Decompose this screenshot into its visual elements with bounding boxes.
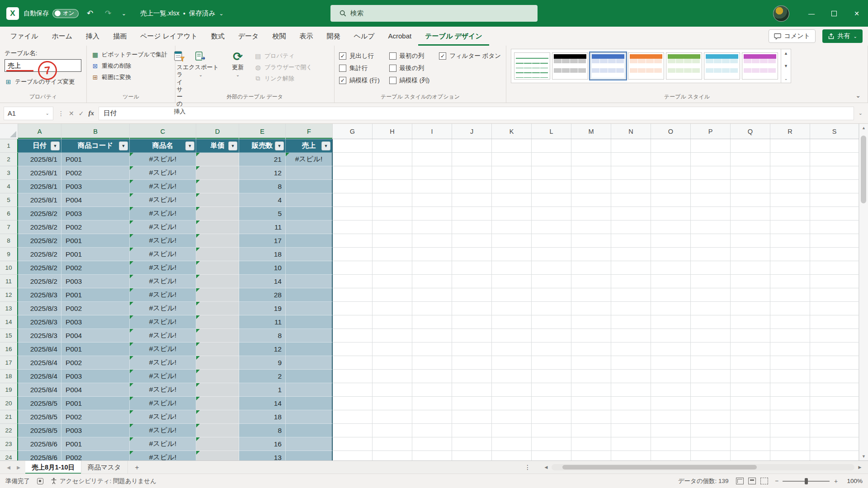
cell-O19[interactable] [651, 383, 691, 397]
cell-B14[interactable]: P003 [61, 315, 130, 329]
cell-S10[interactable] [810, 261, 859, 275]
cell-E12[interactable]: 28 [239, 288, 286, 302]
ribbon-tab-開発[interactable]: 開発 [320, 27, 347, 46]
cell-K8[interactable] [492, 234, 532, 248]
cell-L16[interactable] [532, 343, 571, 356]
cell-C12[interactable]: #スピル! [130, 288, 196, 302]
minimize-button[interactable]: — [800, 0, 823, 27]
cell-C7[interactable]: #スピル! [130, 221, 196, 234]
cell-F5[interactable] [286, 193, 333, 207]
cell-Q7[interactable] [731, 221, 770, 234]
cell-G8[interactable] [333, 234, 373, 248]
cell-M7[interactable] [571, 221, 611, 234]
cell-G13[interactable] [333, 302, 373, 315]
cell-Q14[interactable] [731, 315, 770, 329]
cell-M9[interactable] [571, 248, 611, 261]
cell-O9[interactable] [651, 248, 691, 261]
cell-H6[interactable] [373, 207, 412, 221]
row-header-13[interactable]: 13 [0, 302, 18, 315]
cell-C8[interactable]: #スピル! [130, 234, 196, 248]
column-header-R[interactable]: R [770, 124, 810, 139]
ribbon-tab-テーブル デザイン[interactable]: テーブル デザイン [418, 27, 489, 46]
table-style-magenta[interactable] [742, 52, 778, 80]
cell-K4[interactable] [492, 180, 532, 193]
column-header-H[interactable]: H [373, 124, 412, 139]
cell-H23[interactable] [373, 437, 412, 451]
cell-O16[interactable] [651, 343, 691, 356]
cell-N6[interactable] [611, 207, 651, 221]
cell-N13[interactable] [611, 302, 651, 315]
cell-O21[interactable] [651, 410, 691, 424]
row-header-17[interactable]: 17 [0, 356, 18, 370]
cell-C20[interactable]: #スピル! [130, 397, 196, 410]
cell-B13[interactable]: P002 [61, 302, 130, 315]
cell-L22[interactable] [532, 424, 571, 437]
cell-H4[interactable] [373, 180, 412, 193]
cell-N8[interactable] [611, 234, 651, 248]
cell-D23[interactable] [196, 437, 239, 451]
cell-S18[interactable] [810, 370, 859, 383]
cell-M5[interactable] [571, 193, 611, 207]
cell-D5[interactable] [196, 193, 239, 207]
cell-B11[interactable]: P003 [61, 275, 130, 288]
cell-Q6[interactable] [731, 207, 770, 221]
filter-button-売上[interactable]: ▼ [321, 141, 330, 150]
cell-L20[interactable] [532, 397, 571, 410]
cell-O4[interactable] [651, 180, 691, 193]
cell-S12[interactable] [810, 288, 859, 302]
cell-D10[interactable] [196, 261, 239, 275]
cell-E20[interactable]: 14 [239, 397, 286, 410]
cell-G15[interactable] [333, 329, 373, 343]
redo-button[interactable]: ↷ [101, 7, 115, 20]
style-option-集計行[interactable]: 集計行 [339, 64, 380, 72]
column-header-J[interactable]: J [452, 124, 492, 139]
cell-Q4[interactable] [731, 180, 770, 193]
cell-M10[interactable] [571, 261, 611, 275]
cell-Q24[interactable] [731, 451, 770, 460]
cell-Q19[interactable] [731, 383, 770, 397]
cell-H12[interactable] [373, 288, 412, 302]
cell-E19[interactable]: 1 [239, 383, 286, 397]
cell-L5[interactable] [532, 193, 571, 207]
cell-R14[interactable] [770, 315, 810, 329]
cell-J20[interactable] [452, 397, 492, 410]
cell-O10[interactable] [651, 261, 691, 275]
open-in-browser-button[interactable]: ◍ ブラウザーで開く [254, 61, 312, 73]
cell-F19[interactable] [286, 383, 333, 397]
row-header-21[interactable]: 21 [0, 410, 18, 424]
cell-K10[interactable] [492, 261, 532, 275]
cell-R20[interactable] [770, 397, 810, 410]
cell-R24[interactable] [770, 451, 810, 460]
cell-O20[interactable] [651, 397, 691, 410]
cell-H1[interactable] [373, 139, 412, 153]
cell-C2[interactable]: #スピル! [130, 153, 196, 166]
normal-view-button[interactable] [736, 478, 744, 484]
h-scroll-left-icon[interactable]: ◀ [542, 465, 550, 469]
cell-K12[interactable] [492, 288, 532, 302]
v-scroll-down-icon[interactable]: ▼ [862, 454, 866, 459]
cell-J23[interactable] [452, 437, 492, 451]
ribbon-tab-データ[interactable]: データ [231, 27, 266, 46]
cell-I13[interactable] [412, 302, 452, 315]
cell-J5[interactable] [452, 193, 492, 207]
cell-N24[interactable] [611, 451, 651, 460]
cell-Q10[interactable] [731, 261, 770, 275]
cell-F15[interactable] [286, 329, 333, 343]
cell-N3[interactable] [611, 166, 651, 180]
cell-F12[interactable] [286, 288, 333, 302]
cell-R18[interactable] [770, 370, 810, 383]
cell-F18[interactable] [286, 370, 333, 383]
cell-A23[interactable]: 2025/8/6 [18, 437, 61, 451]
cell-N9[interactable] [611, 248, 651, 261]
cell-S2[interactable] [810, 153, 859, 166]
cell-H8[interactable] [373, 234, 412, 248]
cell-R22[interactable] [770, 424, 810, 437]
page-break-view-button[interactable] [760, 478, 768, 484]
cell-C10[interactable]: #スピル! [130, 261, 196, 275]
cell-B1[interactable]: 商品コード▼ [61, 139, 130, 153]
cell-S4[interactable] [810, 180, 859, 193]
ribbon-tab-Acrobat[interactable]: Acrobat [382, 27, 419, 46]
cell-H7[interactable] [373, 221, 412, 234]
cell-M17[interactable] [571, 356, 611, 370]
gallery-up-icon[interactable]: ▲ [784, 51, 788, 56]
